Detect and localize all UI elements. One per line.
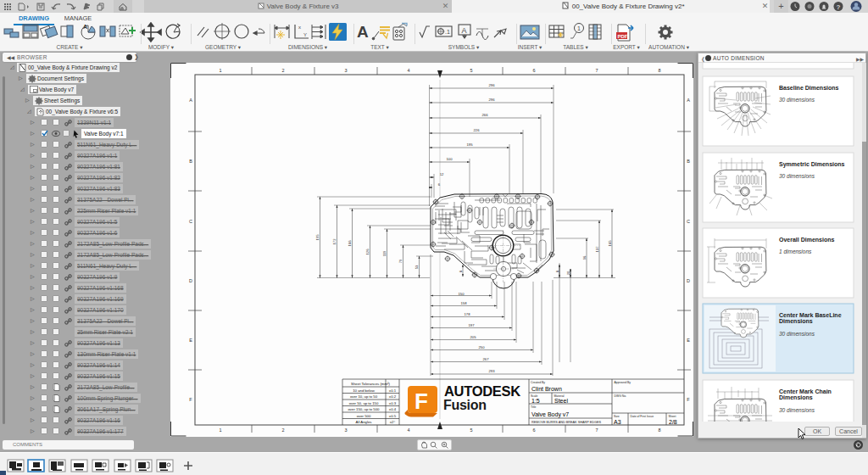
svg-text:293: 293: [489, 369, 496, 373]
svg-text:AUTODESK: AUTODESK: [444, 383, 520, 399]
svg-text:2: 2: [281, 68, 284, 73]
svg-text:226: 226: [474, 128, 481, 132]
svg-text:1: 1: [577, 25, 581, 31]
svg-text:10 and below: 10 and below: [353, 388, 375, 393]
svg-text:4: 4: [407, 68, 409, 73]
svg-text:All Angles: All Angles: [356, 420, 372, 424]
svg-text:Approved By: Approved By: [615, 381, 632, 384]
svg-text:266: 266: [482, 113, 489, 117]
svg-text:Clint Brown: Clint Brown: [531, 386, 562, 392]
svg-text:1: 1: [219, 68, 221, 73]
svg-text:12: 12: [440, 172, 444, 176]
svg-text:Sheet Tolerances (mm²): Sheet Tolerances (mm²): [351, 382, 390, 386]
svg-text:±0.5: ±0.5: [389, 414, 397, 418]
svg-text:C: C: [687, 219, 690, 224]
svg-text:150: 150: [459, 292, 465, 296]
svg-text:126: 126: [365, 249, 370, 255]
svg-text:Created By: Created By: [531, 381, 545, 384]
svg-text:Size: Size: [614, 415, 620, 418]
svg-text:A: A: [462, 26, 467, 35]
svg-text:267: 267: [483, 357, 490, 361]
svg-text:DWG No.: DWG No.: [615, 394, 627, 398]
svg-text:8: 8: [658, 428, 660, 433]
svg-text:1: 1: [219, 428, 221, 433]
svg-text:B: B: [189, 159, 192, 164]
svg-text:79: 79: [398, 259, 403, 263]
svg-text:.1: .1: [445, 29, 450, 35]
svg-text:Valve Body v7: Valve Body v7: [531, 411, 569, 418]
svg-text:250: 250: [479, 345, 486, 349]
svg-text:?: ?: [837, 3, 841, 11]
svg-text:D: D: [189, 278, 192, 283]
svg-text:Fusion: Fusion: [443, 398, 487, 412]
svg-text:20: 20: [566, 271, 570, 275]
svg-text:±0.1: ±0.1: [389, 388, 397, 393]
svg-text:4: 4: [407, 428, 409, 433]
svg-text:6: 6: [532, 428, 535, 433]
svg-text:2/8: 2/8: [669, 419, 677, 425]
svg-text:over 10, up to 50: over 10, up to 50: [350, 394, 378, 399]
svg-text:E: E: [687, 338, 690, 343]
svg-text:178: 178: [465, 312, 471, 316]
svg-text:±0.3: ±0.3: [389, 401, 397, 405]
svg-text:296: 296: [489, 98, 496, 102]
svg-text:A: A: [687, 98, 690, 103]
svg-text:7: 7: [595, 428, 598, 433]
svg-text:6: 6: [532, 68, 535, 73]
svg-text:A: A: [83, 24, 87, 30]
svg-text:Title: Title: [531, 405, 536, 409]
svg-text:5: 5: [470, 68, 472, 73]
svg-text:E: E: [189, 338, 192, 343]
svg-text:2: 2: [281, 428, 284, 433]
svg-text:Steel: Steel: [554, 398, 568, 404]
svg-text:166: 166: [348, 240, 352, 247]
svg-text:Y: Y: [303, 32, 307, 37]
svg-text:A3: A3: [614, 419, 621, 425]
svg-text:Date of First Issue: Date of First Issue: [631, 415, 654, 418]
svg-text:over 50, up to 150: over 50, up to 150: [349, 401, 379, 405]
svg-text:119: 119: [382, 250, 387, 256]
svg-text:A: A: [357, 23, 369, 41]
svg-text:96: 96: [582, 255, 587, 260]
svg-text:296: 296: [489, 83, 496, 87]
svg-text:PDF: PDF: [618, 34, 628, 39]
svg-text:172: 172: [332, 238, 337, 245]
svg-text:D: D: [687, 278, 690, 283]
svg-text:over 500: over 500: [357, 414, 371, 418]
svg-text:over 150, up to 500: over 150, up to 500: [348, 407, 380, 411]
svg-text:158: 158: [461, 301, 468, 305]
svg-text:C: C: [189, 219, 192, 224]
svg-text:3: 3: [344, 428, 347, 433]
svg-text:195: 195: [315, 234, 320, 241]
svg-text:53: 53: [415, 265, 419, 269]
svg-text:100: 100: [447, 157, 453, 161]
svg-text:137: 137: [595, 246, 599, 253]
svg-text:8: 8: [658, 68, 660, 73]
svg-text:x: x: [298, 25, 301, 30]
svg-text:±0.4: ±0.4: [389, 407, 397, 411]
svg-text:165: 165: [608, 240, 612, 247]
svg-text:REMOVE BURRS AND BREAK SHARP E: REMOVE BURRS AND BREAK SHARP EDGES: [531, 421, 601, 424]
svg-text:±0.2: ±0.2: [389, 394, 397, 399]
svg-text:A: A: [189, 98, 192, 103]
svg-text:3: 3: [344, 68, 347, 73]
svg-text:197: 197: [469, 323, 476, 327]
svg-text:1:5: 1:5: [531, 398, 540, 404]
svg-text:195: 195: [467, 142, 474, 147]
svg-text:7: 7: [595, 68, 598, 73]
svg-text:B: B: [687, 159, 690, 164]
svg-text:Sheet: Sheet: [669, 415, 676, 418]
svg-text:205: 205: [470, 335, 477, 339]
svg-text:F: F: [415, 388, 428, 414]
svg-text:±2°: ±2°: [390, 420, 396, 424]
svg-text:5: 5: [470, 428, 472, 433]
